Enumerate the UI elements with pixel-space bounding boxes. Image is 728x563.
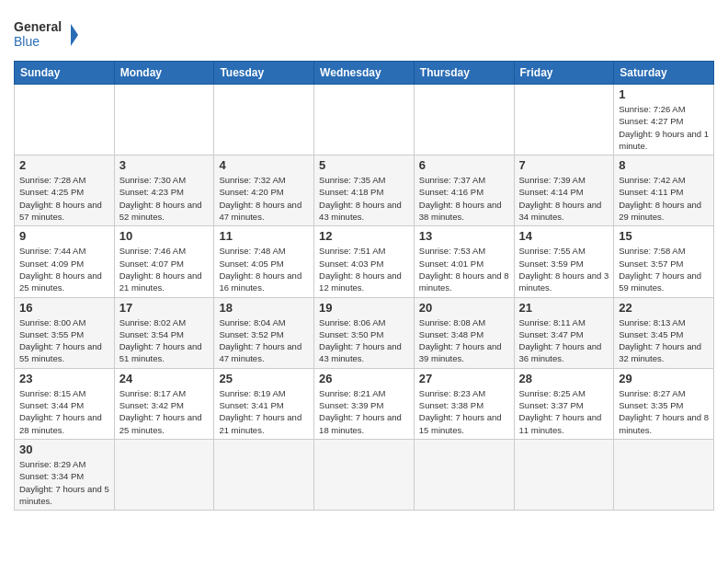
day-info: Sunrise: 7:55 AM Sunset: 3:59 PM Dayligh… [519,245,609,293]
day-info: Sunrise: 8:23 AM Sunset: 3:38 PM Dayligh… [419,387,509,436]
calendar-table: SundayMondayTuesdayWednesdayThursdayFrid… [14,61,714,511]
day-number: 11 [219,229,309,243]
calendar-body: 1Sunrise: 7:26 AM Sunset: 4:27 PM Daylig… [15,85,714,511]
calendar-cell: 2Sunrise: 7:28 AM Sunset: 4:25 PM Daylig… [15,155,115,226]
calendar-cell: 16Sunrise: 8:00 AM Sunset: 3:55 PM Dayli… [15,297,115,368]
calendar-cell: 17Sunrise: 8:02 AM Sunset: 3:54 PM Dayli… [114,297,214,368]
day-info: Sunrise: 7:35 AM Sunset: 4:18 PM Dayligh… [319,174,409,223]
calendar-cell: 8Sunrise: 7:42 AM Sunset: 4:11 PM Daylig… [614,155,714,226]
day-number: 21 [519,301,609,315]
calendar-cell: 19Sunrise: 8:06 AM Sunset: 3:50 PM Dayli… [314,297,415,368]
calendar-week-2: 9Sunrise: 7:44 AM Sunset: 4:09 PM Daylig… [15,226,714,297]
calendar-cell: 9Sunrise: 7:44 AM Sunset: 4:09 PM Daylig… [15,226,115,297]
calendar-cell: 27Sunrise: 8:23 AM Sunset: 3:38 PM Dayli… [414,368,514,439]
day-info: Sunrise: 8:06 AM Sunset: 3:50 PM Dayligh… [319,316,409,365]
day-info: Sunrise: 8:25 AM Sunset: 3:37 PM Dayligh… [519,387,609,436]
calendar-cell [15,85,115,155]
calendar-cell [114,85,214,155]
day-info: Sunrise: 8:08 AM Sunset: 3:48 PM Dayligh… [419,316,509,365]
logo: General Blue [14,17,78,53]
calendar-header: SundayMondayTuesdayWednesdayThursdayFrid… [15,62,714,85]
day-number: 12 [319,229,409,243]
day-number: 24 [119,372,210,385]
day-info: Sunrise: 7:30 AM Sunset: 4:23 PM Dayligh… [119,174,210,223]
day-number: 28 [519,372,609,385]
day-number: 9 [19,229,109,243]
calendar-cell: 13Sunrise: 7:53 AM Sunset: 4:01 PM Dayli… [414,226,514,297]
day-number: 19 [319,301,409,315]
day-info: Sunrise: 8:17 AM Sunset: 3:42 PM Dayligh… [119,387,210,436]
day-number: 3 [119,158,210,172]
day-number: 1 [619,87,709,101]
svg-marker-2 [71,24,78,46]
day-info: Sunrise: 8:04 AM Sunset: 3:52 PM Dayligh… [219,316,309,365]
calendar-cell: 14Sunrise: 7:55 AM Sunset: 3:59 PM Dayli… [514,226,614,297]
day-number: 15 [619,229,709,243]
day-info: Sunrise: 7:46 AM Sunset: 4:07 PM Dayligh… [119,245,210,293]
day-number: 29 [619,372,709,385]
day-number: 23 [19,372,109,385]
svg-text:General: General [14,19,62,34]
day-info: Sunrise: 8:19 AM Sunset: 3:41 PM Dayligh… [219,387,309,436]
day-info: Sunrise: 8:27 AM Sunset: 3:35 PM Dayligh… [619,387,709,436]
day-number: 17 [119,301,210,315]
calendar-cell: 3Sunrise: 7:30 AM Sunset: 4:23 PM Daylig… [114,155,214,226]
calendar-cell: 22Sunrise: 8:13 AM Sunset: 3:45 PM Dayli… [614,297,714,368]
day-info: Sunrise: 7:39 AM Sunset: 4:14 PM Dayligh… [519,174,609,223]
day-info: Sunrise: 8:15 AM Sunset: 3:44 PM Dayligh… [19,387,109,436]
weekday-header-sunday: Sunday [15,62,115,85]
weekday-header-wednesday: Wednesday [314,62,415,85]
day-number: 10 [119,229,210,243]
day-number: 20 [419,301,509,315]
calendar-cell [214,439,314,510]
day-number: 27 [419,372,509,385]
calendar-cell: 21Sunrise: 8:11 AM Sunset: 3:47 PM Dayli… [514,297,614,368]
calendar-cell [514,85,614,155]
calendar-cell: 11Sunrise: 7:48 AM Sunset: 4:05 PM Dayli… [214,226,314,297]
calendar-week-3: 16Sunrise: 8:00 AM Sunset: 3:55 PM Dayli… [15,297,714,368]
weekday-header-saturday: Saturday [614,62,714,85]
weekday-header-row: SundayMondayTuesdayWednesdayThursdayFrid… [15,62,714,85]
calendar-cell: 28Sunrise: 8:25 AM Sunset: 3:37 PM Dayli… [514,368,614,439]
calendar-cell: 12Sunrise: 7:51 AM Sunset: 4:03 PM Dayli… [314,226,415,297]
day-number: 14 [519,229,609,243]
day-info: Sunrise: 7:51 AM Sunset: 4:03 PM Dayligh… [319,245,409,293]
day-number: 2 [19,158,109,172]
svg-text:Blue: Blue [14,34,40,49]
day-info: Sunrise: 7:48 AM Sunset: 4:05 PM Dayligh… [219,245,309,293]
day-number: 22 [619,301,709,315]
calendar-cell [314,439,415,510]
calendar-cell: 6Sunrise: 7:37 AM Sunset: 4:16 PM Daylig… [414,155,514,226]
day-info: Sunrise: 7:32 AM Sunset: 4:20 PM Dayligh… [219,174,309,223]
weekday-header-monday: Monday [114,62,214,85]
calendar-cell [514,439,614,510]
calendar-week-5: 30Sunrise: 8:29 AM Sunset: 3:34 PM Dayli… [15,439,714,510]
day-info: Sunrise: 7:28 AM Sunset: 4:25 PM Dayligh… [19,174,109,223]
calendar-cell [414,439,514,510]
calendar-cell: 26Sunrise: 8:21 AM Sunset: 3:39 PM Dayli… [314,368,415,439]
calendar-cell: 4Sunrise: 7:32 AM Sunset: 4:20 PM Daylig… [214,155,314,226]
day-info: Sunrise: 7:44 AM Sunset: 4:09 PM Dayligh… [19,245,109,293]
calendar-cell: 20Sunrise: 8:08 AM Sunset: 3:48 PM Dayli… [414,297,514,368]
day-info: Sunrise: 8:00 AM Sunset: 3:55 PM Dayligh… [19,316,109,365]
weekday-header-tuesday: Tuesday [214,62,314,85]
day-number: 26 [319,372,409,385]
calendar-week-0: 1Sunrise: 7:26 AM Sunset: 4:27 PM Daylig… [15,85,714,155]
calendar-cell: 25Sunrise: 8:19 AM Sunset: 3:41 PM Dayli… [214,368,314,439]
calendar-week-4: 23Sunrise: 8:15 AM Sunset: 3:44 PM Dayli… [15,368,714,439]
day-info: Sunrise: 7:26 AM Sunset: 4:27 PM Dayligh… [619,103,709,152]
day-info: Sunrise: 7:58 AM Sunset: 3:57 PM Dayligh… [619,245,709,293]
calendar-cell: 7Sunrise: 7:39 AM Sunset: 4:14 PM Daylig… [514,155,614,226]
day-info: Sunrise: 8:11 AM Sunset: 3:47 PM Dayligh… [519,316,609,365]
day-info: Sunrise: 7:37 AM Sunset: 4:16 PM Dayligh… [419,174,509,223]
day-info: Sunrise: 7:42 AM Sunset: 4:11 PM Dayligh… [619,174,709,223]
day-info: Sunrise: 7:53 AM Sunset: 4:01 PM Dayligh… [419,245,509,293]
weekday-header-friday: Friday [514,62,614,85]
calendar-cell: 10Sunrise: 7:46 AM Sunset: 4:07 PM Dayli… [114,226,214,297]
calendar-week-1: 2Sunrise: 7:28 AM Sunset: 4:25 PM Daylig… [15,155,714,226]
day-info: Sunrise: 8:13 AM Sunset: 3:45 PM Dayligh… [619,316,709,365]
calendar-cell [614,439,714,510]
day-info: Sunrise: 8:21 AM Sunset: 3:39 PM Dayligh… [319,387,409,436]
page-header: General Blue [14,9,714,53]
day-number: 8 [619,158,709,172]
